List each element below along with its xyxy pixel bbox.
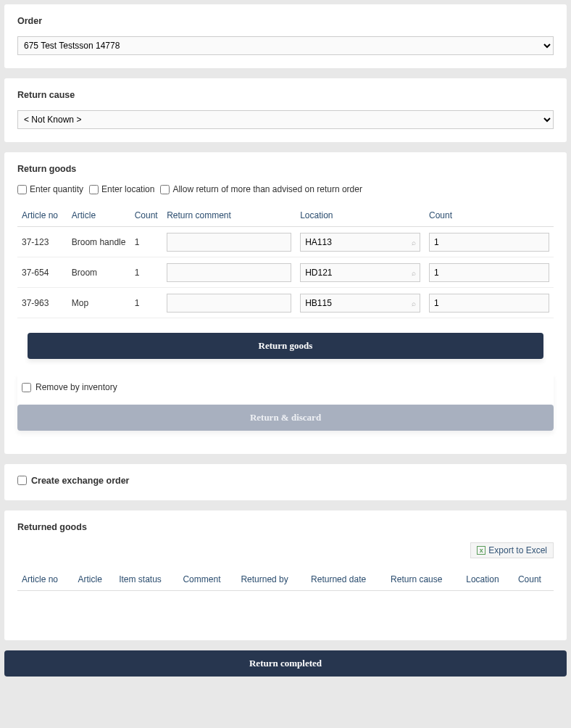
location-input[interactable] — [300, 294, 420, 313]
cell-article-no: 37-963 — [17, 288, 67, 318]
cell-article: Broom — [67, 257, 130, 288]
return-cause-panel: Return cause < Not Known > — [4, 78, 567, 142]
table-row: 37-963 Mop 1 ⌕ — [17, 288, 554, 318]
return-goods-title: Return goods — [17, 164, 554, 174]
enter-quantity-label[interactable]: Enter quantity — [17, 184, 83, 194]
exchange-order-panel: Create exchange order — [4, 464, 567, 501]
count-input[interactable] — [429, 294, 549, 313]
cell-article: Broom handle — [67, 227, 130, 257]
return-goods-panel: Return goods Enter quantity Enter locati… — [4, 152, 567, 454]
cell-article-no: 37-654 — [17, 257, 67, 288]
return-goods-options: Enter quantity Enter location Allow retu… — [17, 184, 554, 194]
export-excel-link[interactable]: x Export to Excel — [470, 542, 554, 558]
return-cause-title: Return cause — [17, 90, 554, 100]
cell-article: Mop — [67, 288, 130, 318]
return-comment-input[interactable] — [167, 294, 291, 313]
enter-location-label[interactable]: Enter location — [89, 184, 154, 194]
th-location: Location — [462, 568, 514, 591]
return-comment-input[interactable] — [167, 263, 291, 282]
return-goods-button[interactable]: Return goods — [28, 333, 543, 359]
return-completed-button[interactable]: Return completed — [4, 650, 567, 677]
return-discard-button[interactable]: Return & discard — [17, 405, 554, 431]
return-comment-input[interactable] — [167, 233, 291, 252]
returned-goods-title: Returned goods — [17, 522, 554, 532]
th-return-cause: Return cause — [386, 568, 462, 591]
return-discard-box: Remove by inventory Return & discard — [17, 373, 554, 431]
th-location: Location — [296, 204, 425, 227]
allow-more-label[interactable]: Allow return of more than advised on ret… — [160, 184, 362, 194]
count-input[interactable] — [429, 263, 549, 282]
enter-quantity-text: Enter quantity — [30, 184, 83, 194]
location-input[interactable] — [300, 263, 420, 282]
th-return-comment: Return comment — [162, 204, 296, 227]
order-select[interactable]: 675 Test Testsson 14778 — [17, 36, 554, 55]
table-row: 37-654 Broom 1 ⌕ — [17, 257, 554, 288]
return-goods-table: Article no Article Count Return comment … — [17, 204, 554, 318]
th-article: Article — [74, 568, 115, 591]
returned-goods-panel: Returned goods x Export to Excel Article… — [4, 510, 567, 640]
th-article-no: Article no — [17, 568, 74, 591]
th-returned-by: Returned by — [236, 568, 307, 591]
enter-location-text: Enter location — [101, 184, 154, 194]
th-item-status: Item status — [114, 568, 178, 591]
excel-icon: x — [477, 546, 485, 555]
create-exchange-label[interactable]: Create exchange order — [17, 476, 129, 486]
location-input[interactable] — [300, 233, 420, 252]
count-input[interactable] — [429, 233, 549, 252]
cell-article-no: 37-123 — [17, 227, 67, 257]
th-returned-date: Returned date — [307, 568, 386, 591]
export-excel-text: Export to Excel — [488, 545, 547, 555]
th-comment: Comment — [178, 568, 236, 591]
cell-count: 1 — [130, 227, 163, 257]
enter-location-checkbox[interactable] — [89, 185, 99, 194]
th-count: Count — [130, 204, 163, 227]
order-title: Order — [17, 16, 554, 26]
remove-by-inventory-checkbox[interactable] — [22, 383, 31, 392]
returned-goods-table: Article no Article Item status Comment R… — [17, 568, 554, 591]
cell-count: 1 — [130, 288, 163, 318]
create-exchange-text: Create exchange order — [31, 476, 129, 486]
cell-count: 1 — [130, 257, 163, 288]
allow-more-checkbox[interactable] — [160, 185, 170, 194]
th-article-no: Article no — [17, 204, 67, 227]
table-row: 37-123 Broom handle 1 ⌕ — [17, 227, 554, 257]
return-cause-select[interactable]: < Not Known > — [17, 110, 554, 129]
table-header-row: Article no Article Item status Comment R… — [17, 568, 554, 591]
th-count2: Count — [425, 204, 554, 227]
create-exchange-checkbox[interactable] — [17, 476, 27, 485]
allow-more-text: Allow return of more than advised on ret… — [172, 184, 362, 194]
enter-quantity-checkbox[interactable] — [17, 185, 27, 194]
table-header-row: Article no Article Count Return comment … — [17, 204, 554, 227]
remove-by-inventory-label[interactable]: Remove by inventory — [22, 382, 117, 392]
th-count: Count — [514, 568, 554, 591]
remove-by-inventory-text: Remove by inventory — [36, 382, 117, 392]
th-article: Article — [67, 204, 130, 227]
order-panel: Order 675 Test Testsson 14778 — [4, 4, 567, 68]
